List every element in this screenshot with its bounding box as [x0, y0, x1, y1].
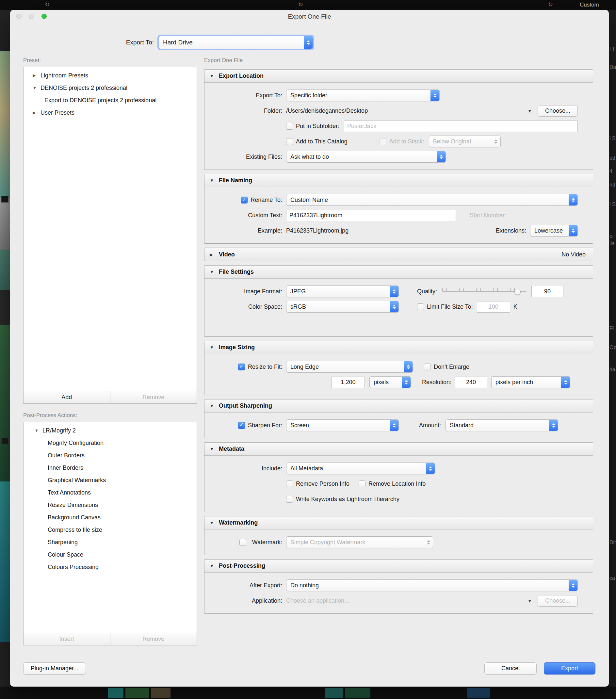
rename-to-checkbox[interactable]: ✓ — [241, 197, 248, 203]
add-to-catalog-checkbox[interactable] — [286, 138, 293, 145]
disclosure-triangle-icon[interactable]: ▼ — [35, 428, 42, 433]
disclosure-triangle-icon[interactable]: ▼ — [32, 85, 40, 90]
custom-text-field[interactable]: P4162337Lightroom — [286, 210, 456, 221]
disclosure-triangle-icon: ▼ — [210, 564, 215, 568]
checkmark-icon: ✓ — [242, 197, 246, 202]
clipped-panel-text: 4 — [610, 169, 612, 174]
add-to-stack-checkbox[interactable] — [380, 138, 386, 145]
export-location-header[interactable]: ▼ Export Location — [205, 69, 593, 83]
metadata-include-popup[interactable]: All Metadata — [286, 462, 435, 474]
postprocess-item-colour-space[interactable]: Colour Space — [24, 549, 197, 561]
postprocess-item-background-canvas[interactable]: Background Canvas — [24, 511, 197, 524]
export-button[interactable]: Export — [544, 662, 595, 674]
resize-to-fit-checkbox[interactable]: ✓ — [238, 364, 245, 370]
chevron-updown-icon — [390, 420, 398, 431]
postprocess-item-outer-borders[interactable]: Outer Borders — [24, 449, 197, 462]
stack-position-popup[interactable]: Below Original — [429, 135, 501, 147]
extensions-popup[interactable]: Lowercase — [530, 225, 578, 237]
preset-item-lightroom-presets[interactable]: ▶ Lightroom Presets — [24, 69, 197, 82]
chevron-updown-icon — [426, 463, 435, 474]
choose-folder-button[interactable]: Choose... — [538, 105, 578, 117]
video-section: ▶ Video No Video — [204, 248, 593, 261]
postprocess-item-inner-borders[interactable]: Inner Borders — [24, 462, 197, 474]
amount-popup[interactable]: Standard — [446, 419, 558, 431]
post-processing-section: ▼ Post-Processing After Export: Do nothi… — [204, 559, 593, 614]
limit-file-size-label: Limit File Size To: — [427, 303, 473, 310]
output-sharpening-header[interactable]: ▼ Output Sharpening — [205, 399, 593, 412]
preset-item-user-presets[interactable]: ▶ User Presets — [24, 106, 197, 119]
video-header[interactable]: ▶ Video No Video — [205, 248, 593, 261]
settings-column-header: Export One File — [204, 57, 593, 64]
image-format-popup[interactable]: JPEG — [286, 286, 399, 297]
minimize-window-button[interactable] — [29, 14, 34, 19]
sharpen-for-popup[interactable]: Screen — [286, 419, 399, 431]
choose-application-button[interactable]: Choose... — [538, 595, 578, 607]
quality-value-field[interactable]: 90 — [532, 286, 563, 297]
popup-value: JPEG — [290, 288, 390, 295]
zoom-window-button[interactable] — [41, 14, 47, 19]
remove-person-info-checkbox[interactable] — [286, 480, 293, 487]
chevron-updown-icon — [404, 361, 412, 372]
resolution-field[interactable]: 240 — [455, 377, 487, 388]
after-export-popup[interactable]: Do nothing — [286, 579, 578, 591]
postprocess-item-resize-dimensions[interactable]: Resize Dimensions — [24, 499, 197, 511]
add-preset-button[interactable]: Add — [24, 391, 110, 404]
photo-thumbnail — [0, 51, 10, 198]
filmstrip-left-edge — [0, 10, 10, 687]
close-window-button[interactable] — [16, 14, 22, 19]
disclosure-triangle-icon[interactable]: ▶ — [32, 110, 40, 115]
metadata-header[interactable]: ▼ Metadata — [205, 443, 593, 456]
file-naming-header[interactable]: ▼ File Naming — [205, 174, 593, 187]
postprocess-item-mogrify-configuration[interactable]: Mogrify Configuration — [24, 437, 197, 449]
file-settings-header[interactable]: ▼ File Settings — [205, 266, 593, 279]
quality-slider-thumb[interactable] — [514, 289, 521, 295]
post-process-label: Post-Process Actions: — [23, 412, 197, 419]
image-sizing-header[interactable]: ▼ Image Sizing — [205, 341, 593, 354]
export-to-folder-popup[interactable]: Specific folder — [286, 90, 440, 101]
clipped-panel-text: da — [610, 367, 615, 373]
size-unit-popup[interactable]: pixels — [369, 376, 411, 388]
folder-path: /Users/denisdegannes/Desktop — [286, 107, 368, 114]
color-space-popup[interactable]: sRGB — [286, 301, 399, 313]
write-keywords-checkbox[interactable] — [286, 496, 293, 503]
application-caret-icon[interactable]: ▾ — [528, 597, 531, 604]
subfolder-name-field[interactable]: PosterJack — [344, 120, 578, 132]
section-title: Metadata — [219, 446, 244, 452]
postprocess-item-colours-processing[interactable]: Colours Processing — [24, 561, 197, 573]
quality-slider[interactable] — [442, 287, 526, 295]
postprocess-item-lr-mogrify[interactable]: ▼ LR/Mogrify 2 — [24, 424, 197, 437]
dont-enlarge-checkbox[interactable] — [424, 364, 431, 370]
disclosure-triangle-icon[interactable]: ▶ — [32, 73, 40, 78]
resize-mode-popup[interactable]: Long Edge — [286, 361, 413, 373]
plugin-manager-button[interactable]: Plug-in Manager... — [23, 662, 86, 674]
recent-folders-caret-icon[interactable]: ▾ — [528, 107, 531, 114]
post-process-list: ▼ LR/Mogrify 2 Mogrify Configuration Out… — [23, 422, 197, 633]
existing-files-popup[interactable]: Ask what to do — [286, 151, 446, 163]
disclosure-triangle-icon: ▼ — [210, 404, 215, 408]
folder-label: Folder: — [264, 107, 282, 114]
postprocess-item-graphical-watermarks[interactable]: Graphical Watermarks — [24, 474, 197, 486]
resize-dimension-field[interactable]: 1,200 — [331, 377, 365, 388]
export-destination-popup[interactable]: Hard Drive — [159, 36, 313, 49]
resolution-label: Resolution: — [422, 379, 451, 386]
preset-item-export-to-denoise[interactable]: Export to DENOISE projects 2 professiona… — [24, 94, 197, 106]
postprocess-item-compress-to-file-size[interactable]: Compress to file size — [24, 524, 197, 536]
preset-item-denoise-projects[interactable]: ▼ DENOISE projects 2 professional — [24, 82, 197, 94]
limit-file-size-checkbox[interactable] — [417, 303, 424, 310]
cancel-button[interactable]: Cancel — [484, 662, 537, 674]
postprocess-item-text-annotations[interactable]: Text Annotations — [24, 486, 197, 499]
sharpen-for-checkbox[interactable]: ✓ — [238, 422, 245, 429]
remove-preset-button[interactable]: Remove — [110, 391, 197, 404]
watermark-checkbox[interactable] — [239, 539, 246, 546]
limit-file-size-field[interactable]: 100 — [477, 301, 510, 313]
remove-location-info-checkbox[interactable] — [359, 480, 366, 487]
post-processing-header[interactable]: ▼ Post-Processing — [205, 559, 593, 572]
put-in-subfolder-checkbox[interactable] — [286, 123, 293, 130]
insert-action-button[interactable]: Insert — [24, 633, 110, 645]
remove-action-button[interactable]: Remove — [110, 633, 197, 645]
postprocess-item-sharpening[interactable]: Sharpening — [24, 536, 197, 549]
watermark-style-popup[interactable]: Simple Copyright Watermark — [286, 536, 433, 548]
rename-template-popup[interactable]: Custom Name — [286, 194, 578, 206]
resolution-unit-popup[interactable]: pixels per inch — [491, 376, 570, 388]
watermarking-header[interactable]: ▼ Watermarking — [205, 516, 593, 529]
